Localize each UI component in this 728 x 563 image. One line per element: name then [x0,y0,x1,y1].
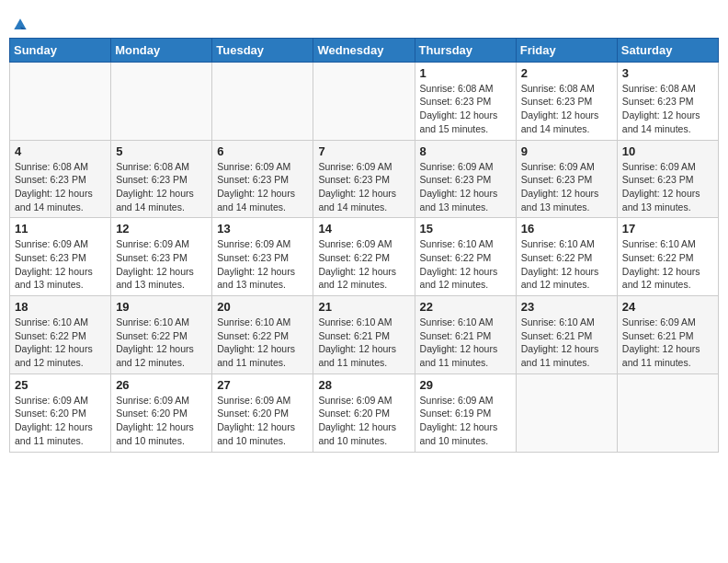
table-row: 12Sunrise: 6:09 AM Sunset: 6:23 PM Dayli… [111,218,212,296]
logo-text [9,15,29,34]
day-number: 27 [217,378,308,392]
day-info: Sunrise: 6:10 AM Sunset: 6:22 PM Dayligh… [420,237,511,292]
day-number: 15 [420,222,511,236]
day-number: 26 [116,378,207,392]
week-row-4: 18Sunrise: 6:10 AM Sunset: 6:22 PM Dayli… [10,296,719,374]
day-number: 23 [521,300,612,314]
table-row: 5Sunrise: 6:08 AM Sunset: 6:23 PM Daylig… [111,140,212,218]
day-info: Sunrise: 6:08 AM Sunset: 6:23 PM Dayligh… [622,82,713,136]
table-row: 28Sunrise: 6:09 AM Sunset: 6:20 PM Dayli… [313,373,415,452]
table-row [313,62,415,140]
calendar-table: SundayMondayTuesdayWednesdayThursdayFrid… [9,38,719,453]
day-info: Sunrise: 6:09 AM Sunset: 6:23 PM Dayligh… [420,160,511,214]
day-number: 1 [420,66,511,80]
day-number: 21 [318,300,409,314]
day-info: Sunrise: 6:09 AM Sunset: 6:20 PM Dayligh… [116,394,207,448]
day-number: 25 [15,378,106,392]
day-number: 14 [318,222,409,236]
table-row: 11Sunrise: 6:09 AM Sunset: 6:23 PM Dayli… [10,218,111,296]
day-number: 29 [420,378,511,392]
day-number: 18 [15,300,106,314]
table-row: 1Sunrise: 6:08 AM Sunset: 6:23 PM Daylig… [415,62,516,140]
day-number: 17 [622,222,713,236]
day-info: Sunrise: 6:10 AM Sunset: 6:22 PM Dayligh… [521,237,612,292]
table-row: 27Sunrise: 6:09 AM Sunset: 6:20 PM Dayli… [212,373,313,452]
table-row: 3Sunrise: 6:08 AM Sunset: 6:23 PM Daylig… [617,62,718,140]
weekday-header-row: SundayMondayTuesdayWednesdayThursdayFrid… [10,38,719,62]
day-number: 6 [217,144,308,158]
page-header [9,9,719,34]
week-row-1: 1Sunrise: 6:08 AM Sunset: 6:23 PM Daylig… [10,62,719,140]
table-row [516,373,617,452]
day-info: Sunrise: 6:10 AM Sunset: 6:22 PM Dayligh… [217,316,308,370]
weekday-header-saturday: Saturday [617,38,718,62]
day-info: Sunrise: 6:09 AM Sunset: 6:19 PM Dayligh… [420,394,511,448]
weekday-header-monday: Monday [111,38,212,62]
day-info: Sunrise: 6:09 AM Sunset: 6:23 PM Dayligh… [116,237,207,292]
weekday-header-friday: Friday [516,38,617,62]
table-row: 15Sunrise: 6:10 AM Sunset: 6:22 PM Dayli… [415,218,516,296]
day-number: 22 [420,300,511,314]
day-number: 28 [318,378,409,392]
table-row: 7Sunrise: 6:09 AM Sunset: 6:23 PM Daylig… [313,140,415,218]
weekday-header-tuesday: Tuesday [212,38,313,62]
table-row: 20Sunrise: 6:10 AM Sunset: 6:22 PM Dayli… [212,296,313,374]
day-number: 8 [420,144,511,158]
table-row [111,62,212,140]
weekday-header-wednesday: Wednesday [313,38,415,62]
table-row: 23Sunrise: 6:10 AM Sunset: 6:21 PM Dayli… [516,296,617,374]
day-info: Sunrise: 6:08 AM Sunset: 6:23 PM Dayligh… [521,82,612,136]
day-info: Sunrise: 6:08 AM Sunset: 6:23 PM Dayligh… [116,160,207,214]
day-number: 4 [15,144,106,158]
day-info: Sunrise: 6:09 AM Sunset: 6:20 PM Dayligh… [15,394,106,448]
table-row: 16Sunrise: 6:10 AM Sunset: 6:22 PM Dayli… [516,218,617,296]
day-info: Sunrise: 6:09 AM Sunset: 6:23 PM Dayligh… [15,237,106,292]
day-info: Sunrise: 6:10 AM Sunset: 6:22 PM Dayligh… [116,316,207,370]
day-number: 10 [622,144,713,158]
week-row-5: 25Sunrise: 6:09 AM Sunset: 6:20 PM Dayli… [10,373,719,452]
day-info: Sunrise: 6:09 AM Sunset: 6:23 PM Dayligh… [521,160,612,214]
day-info: Sunrise: 6:08 AM Sunset: 6:23 PM Dayligh… [420,82,511,136]
day-number: 12 [116,222,207,236]
table-row: 21Sunrise: 6:10 AM Sunset: 6:21 PM Dayli… [313,296,415,374]
table-row: 4Sunrise: 6:08 AM Sunset: 6:23 PM Daylig… [10,140,111,218]
table-row: 18Sunrise: 6:10 AM Sunset: 6:22 PM Dayli… [10,296,111,374]
day-number: 9 [521,144,612,158]
table-row: 6Sunrise: 6:09 AM Sunset: 6:23 PM Daylig… [212,140,313,218]
day-info: Sunrise: 6:10 AM Sunset: 6:22 PM Dayligh… [622,237,713,292]
table-row [617,373,718,452]
table-row [212,62,313,140]
table-row: 17Sunrise: 6:10 AM Sunset: 6:22 PM Dayli… [617,218,718,296]
day-info: Sunrise: 6:09 AM Sunset: 6:20 PM Dayligh… [318,394,409,448]
day-info: Sunrise: 6:09 AM Sunset: 6:21 PM Dayligh… [622,316,713,370]
table-row: 19Sunrise: 6:10 AM Sunset: 6:22 PM Dayli… [111,296,212,374]
day-number: 11 [15,222,106,236]
day-info: Sunrise: 6:10 AM Sunset: 6:21 PM Dayligh… [318,316,409,370]
table-row: 9Sunrise: 6:09 AM Sunset: 6:23 PM Daylig… [516,140,617,218]
table-row: 14Sunrise: 6:09 AM Sunset: 6:22 PM Dayli… [313,218,415,296]
table-row: 13Sunrise: 6:09 AM Sunset: 6:23 PM Dayli… [212,218,313,296]
day-info: Sunrise: 6:09 AM Sunset: 6:23 PM Dayligh… [217,160,308,214]
table-row: 10Sunrise: 6:09 AM Sunset: 6:23 PM Dayli… [617,140,718,218]
day-number: 16 [521,222,612,236]
day-info: Sunrise: 6:10 AM Sunset: 6:22 PM Dayligh… [15,316,106,370]
logo-icon [11,16,29,34]
day-info: Sunrise: 6:09 AM Sunset: 6:23 PM Dayligh… [217,237,308,292]
table-row: 8Sunrise: 6:09 AM Sunset: 6:23 PM Daylig… [415,140,516,218]
svg-marker-0 [14,18,26,29]
day-number: 13 [217,222,308,236]
day-number: 3 [622,66,713,80]
weekday-header-thursday: Thursday [415,38,516,62]
table-row: 24Sunrise: 6:09 AM Sunset: 6:21 PM Dayli… [617,296,718,374]
day-number: 2 [521,66,612,80]
day-number: 20 [217,300,308,314]
logo [9,15,29,34]
table-row: 25Sunrise: 6:09 AM Sunset: 6:20 PM Dayli… [10,373,111,452]
day-number: 7 [318,144,409,158]
day-number: 24 [622,300,713,314]
table-row: 26Sunrise: 6:09 AM Sunset: 6:20 PM Dayli… [111,373,212,452]
day-info: Sunrise: 6:10 AM Sunset: 6:21 PM Dayligh… [420,316,511,370]
day-info: Sunrise: 6:09 AM Sunset: 6:22 PM Dayligh… [318,237,409,292]
day-info: Sunrise: 6:10 AM Sunset: 6:21 PM Dayligh… [521,316,612,370]
table-row [10,62,111,140]
